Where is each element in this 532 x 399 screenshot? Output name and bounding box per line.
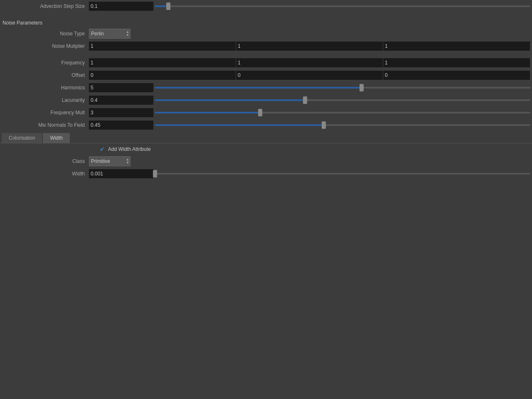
mix-normals-row: Mix Normals To Field xyxy=(0,119,532,131)
frequency-z-input[interactable] xyxy=(383,58,530,67)
advection-slider-track[interactable] xyxy=(155,5,530,7)
harmonics-value-input[interactable] xyxy=(89,83,153,92)
width-row: Width xyxy=(0,167,532,180)
mix-normals-slider-track[interactable] xyxy=(155,124,530,126)
mix-normals-value-input[interactable] xyxy=(89,121,153,130)
freq-mult-slider-thumb[interactable] xyxy=(258,109,262,116)
noise-multiplier-x-input[interactable] xyxy=(89,42,236,51)
frequency-label: Frequency xyxy=(2,60,89,66)
lacunarity-row: Lacunarity xyxy=(0,94,532,106)
lacunarity-slider-fill xyxy=(155,99,305,101)
frequency-y-input[interactable] xyxy=(236,58,383,67)
freq-mult-slider-fill xyxy=(155,112,260,113)
offset-x-input[interactable] xyxy=(89,71,236,80)
lacunarity-label: Lacunarity xyxy=(2,97,89,103)
offset-inputs xyxy=(89,71,530,80)
freq-mult-label: Frequency Mult xyxy=(2,110,89,116)
harmonics-slider-fill xyxy=(155,87,362,89)
noise-type-select-wrap[interactable]: Perlin ▲ ▼ xyxy=(89,29,131,39)
frequency-row: Frequency xyxy=(0,57,532,69)
noise-multiplier-row: Noise Muliplier xyxy=(0,40,532,52)
noise-type-row: Noise Type Perlin ▲ ▼ xyxy=(0,27,532,40)
class-label: Class xyxy=(2,158,89,164)
frequency-inputs xyxy=(89,58,530,67)
offset-y-input[interactable] xyxy=(236,71,383,80)
add-width-row: ✔ Add Width Attribute xyxy=(0,143,532,155)
width-value-input[interactable] xyxy=(89,169,153,178)
advection-slider-thumb[interactable] xyxy=(166,2,170,10)
noise-section-title: Noise Parameters xyxy=(0,17,532,27)
mix-normals-slider-fill xyxy=(155,124,324,126)
lacunarity-value-input[interactable] xyxy=(89,96,153,105)
width-slider-track[interactable] xyxy=(155,173,530,175)
noise-multiplier-z-input[interactable] xyxy=(383,42,530,51)
harmonics-slider-wrap xyxy=(155,83,530,92)
noise-multiplier-inputs xyxy=(89,42,530,51)
noise-type-select[interactable]: Perlin xyxy=(89,29,131,39)
mix-normals-label: Mix Normals To Field xyxy=(2,122,89,128)
noise-type-label: Noise Type xyxy=(2,31,89,37)
width-label: Width xyxy=(2,171,89,177)
advection-value-input[interactable] xyxy=(89,2,153,11)
advection-row: Advection Step Size xyxy=(0,0,532,12)
freq-mult-slider-wrap xyxy=(155,108,530,117)
lacunarity-slider-track[interactable] xyxy=(155,99,530,101)
width-slider-thumb[interactable] xyxy=(153,170,157,177)
offset-row: Offset xyxy=(0,69,532,81)
class-select[interactable]: Primitive xyxy=(89,156,131,166)
noise-multiplier-label: Noise Muliplier xyxy=(2,43,89,49)
tab-bar: Colorisation Width xyxy=(0,131,532,143)
width-slider-wrap xyxy=(155,169,530,178)
freq-mult-value-input[interactable] xyxy=(89,108,153,117)
frequency-x-input[interactable] xyxy=(89,58,236,67)
freq-mult-slider-track[interactable] xyxy=(155,112,530,113)
width-tab-content: ✔ Add Width Attribute Class Primitive ▲ … xyxy=(0,143,532,180)
harmonics-slider-track[interactable] xyxy=(155,87,530,89)
harmonics-label: Harmonics xyxy=(2,85,89,91)
tab-colorisation[interactable]: Colorisation xyxy=(2,133,42,143)
lacunarity-slider-wrap xyxy=(155,96,530,105)
class-row: Class Primitive ▲ ▼ xyxy=(0,155,532,167)
add-width-checkbox[interactable]: ✔ xyxy=(100,146,105,153)
freq-mult-row: Frequency Mult xyxy=(0,106,532,119)
harmonics-slider-thumb[interactable] xyxy=(360,84,364,91)
main-panel: Advection Step Size Noise Parameters Noi… xyxy=(0,0,532,180)
noise-multiplier-y-input[interactable] xyxy=(236,42,383,51)
mix-normals-slider-thumb[interactable] xyxy=(322,121,326,129)
offset-label: Offset xyxy=(2,72,89,78)
add-width-label: Add Width Attribute xyxy=(108,146,151,152)
mix-normals-slider-wrap xyxy=(155,121,530,130)
lacunarity-slider-thumb[interactable] xyxy=(303,96,307,104)
offset-z-input[interactable] xyxy=(383,71,530,80)
tab-width[interactable]: Width xyxy=(43,133,70,143)
advection-slider-wrap xyxy=(155,2,530,11)
harmonics-row: Harmonics xyxy=(0,81,532,94)
class-select-wrap[interactable]: Primitive ▲ ▼ xyxy=(89,156,131,166)
advection-label: Advection Step Size xyxy=(2,3,89,9)
